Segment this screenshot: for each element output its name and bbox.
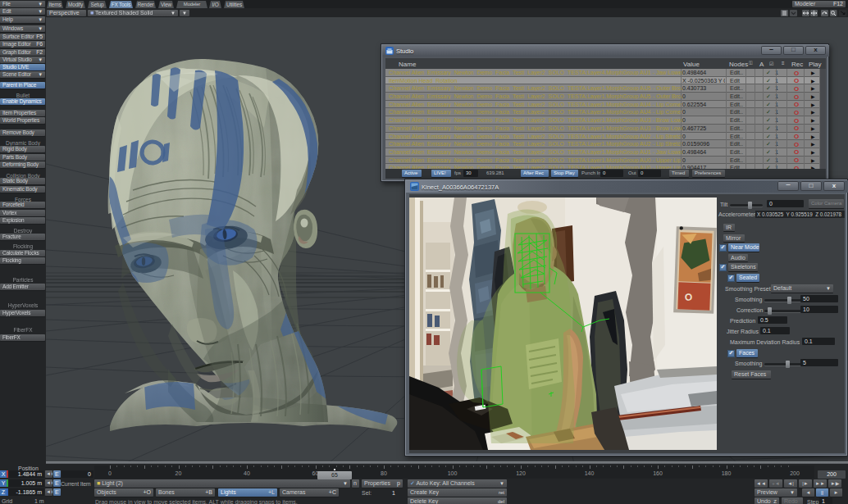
svg-text:O: O: [685, 292, 693, 303]
